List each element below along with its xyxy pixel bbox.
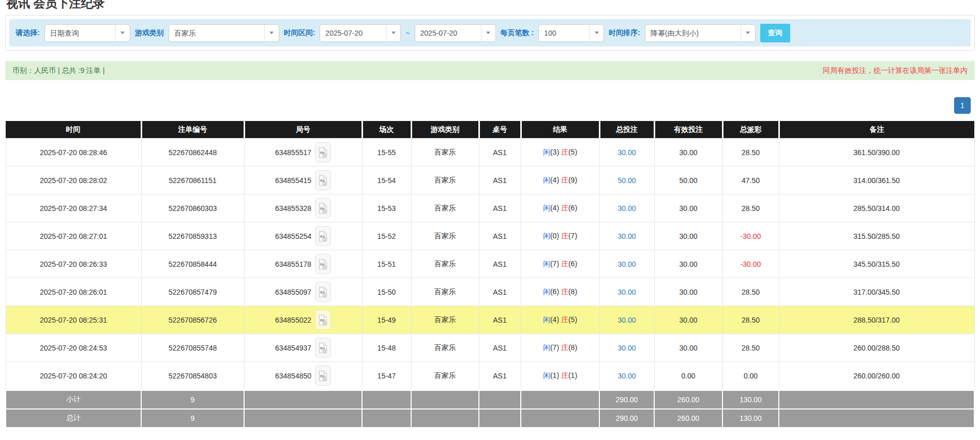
cell-result: 闲(7) 庄(8) <box>521 334 599 362</box>
foot-empty-cell <box>362 409 411 428</box>
foot-valid-bet: 260.00 <box>654 390 722 409</box>
cell-result: 闲(7) 庄(6) <box>521 250 599 278</box>
cell-session: 15-53 <box>362 194 411 222</box>
bet-records-table: 时间注单编号局号场次游戏类别桌号结果总投注有效投注总派彩备注 2025-07-2… <box>5 121 975 428</box>
foot-count: 9 <box>141 390 244 409</box>
result-banker-value: (1) <box>568 371 577 380</box>
foot-count: 9 <box>141 409 244 428</box>
video-replay-button[interactable] <box>315 282 331 302</box>
round-number: 634855178 <box>275 260 311 268</box>
round-number: 634855022 <box>275 316 311 324</box>
total-bet-link[interactable]: 30.00 <box>617 204 636 213</box>
foot-label: 小计 <box>6 390 141 409</box>
round-number: 634855097 <box>275 288 311 296</box>
video-replay-button[interactable] <box>315 338 331 358</box>
cell-total-bet: 30.00 <box>599 139 654 166</box>
total-bet-link[interactable]: 30.00 <box>617 232 636 240</box>
cell-remark: 345.50/315.50 <box>779 250 974 278</box>
cell-bet-id: 522670862448 <box>141 139 244 166</box>
cell-payout: -30.00 <box>722 250 779 278</box>
search-button[interactable]: 查询 <box>760 24 790 42</box>
video-replay-button[interactable] <box>315 366 331 386</box>
cell-table-no: AS1 <box>479 306 521 334</box>
select-type-dropdown[interactable]: 日期查询 <box>44 24 130 42</box>
cell-bet-id: 522670855748 <box>141 334 244 362</box>
result-banker-label: 庄 <box>561 204 568 212</box>
cell-valid-bet: 30.00 <box>654 139 722 166</box>
cell-time: 2025-07-20 08:24:20 <box>6 362 141 390</box>
cell-valid-bet: 30.00 <box>654 306 722 334</box>
total-bet-link[interactable]: 30.00 <box>617 288 636 296</box>
total-bet-link[interactable]: 30.00 <box>617 316 636 324</box>
result-banker-label: 庄 <box>561 315 568 324</box>
result-player-value: (7) <box>550 343 561 352</box>
result-player-label: 闲 <box>543 260 550 268</box>
currency-total-info: 币别：人民币 | 总共 :9 注单 | <box>12 66 104 75</box>
total-bet-link[interactable]: 30.00 <box>617 148 636 157</box>
table-row: 2025-07-20 08:24:20522670854803634854850… <box>6 362 974 390</box>
cell-game-type: 百家乐 <box>411 334 479 362</box>
table-row: 2025-07-20 08:27:34522670860303634855328… <box>6 194 974 222</box>
video-replay-button[interactable] <box>315 310 331 330</box>
cell-result: 闲(6) 庄(8) <box>521 278 599 306</box>
cell-total-bet: 30.00 <box>599 278 654 306</box>
result-player-value: (3) <box>550 148 561 156</box>
page-size-dropdown[interactable]: 100 <box>538 24 604 42</box>
video-replay-button[interactable] <box>315 170 331 190</box>
cell-round: 634855254 <box>244 222 362 250</box>
sort-order-dropdown[interactable]: 降幂(由大到小) <box>645 24 756 42</box>
video-replay-button[interactable] <box>315 198 331 218</box>
cell-bet-id: 522670858444 <box>141 250 244 278</box>
video-replay-button[interactable] <box>315 142 331 162</box>
cell-session: 15-48 <box>362 334 411 362</box>
result-player-label: 闲 <box>543 232 550 240</box>
cell-valid-bet: 30.00 <box>654 250 722 278</box>
round-number: 634855328 <box>275 204 311 213</box>
cell-payout: 28.50 <box>722 278 779 306</box>
result-player-label: 闲 <box>543 148 550 156</box>
select-type-label: 请选择: <box>16 28 40 38</box>
table-header-row: 时间注单编号局号场次游戏类别桌号结果总投注有效投注总派彩备注 <box>6 121 974 139</box>
total-row: 总计9290.00260.00130.00 <box>6 409 974 428</box>
time-range-label: 时间区间: <box>284 28 315 38</box>
cell-time: 2025-07-20 08:27:01 <box>6 222 141 250</box>
column-header: 桌号 <box>479 121 521 139</box>
result-banker-value: (5) <box>568 148 577 156</box>
result-player-value: (1) <box>550 371 561 380</box>
round-number: 634855415 <box>275 176 311 185</box>
round-wrap: 634854850 <box>275 366 331 386</box>
round-wrap: 634855415 <box>275 170 331 190</box>
video-file-icon <box>319 147 327 158</box>
result-player-value: (7) <box>550 260 561 268</box>
foot-empty-cell <box>779 390 974 409</box>
video-replay-button[interactable] <box>315 226 331 246</box>
video-replay-button[interactable] <box>315 254 331 274</box>
cell-valid-bet: 30.00 <box>654 334 722 362</box>
cell-game-type: 百家乐 <box>411 250 479 278</box>
round-wrap: 634854937 <box>275 338 331 358</box>
column-header: 注单编号 <box>141 121 244 139</box>
table-row: 2025-07-20 08:26:01522670857479634855097… <box>6 278 974 306</box>
page-1-button[interactable]: 1 <box>954 97 971 114</box>
column-header: 时间 <box>6 121 141 139</box>
result-banker-value: (8) <box>568 343 577 352</box>
video-file-icon <box>319 259 327 270</box>
cell-round: 634855415 <box>244 166 362 194</box>
table-row: 2025-07-20 08:25:31522670856726634855022… <box>6 306 974 334</box>
cell-remark: 288.50/317.00 <box>779 306 974 334</box>
cell-result: 闲(1) 庄(1) <box>521 362 599 390</box>
cell-session: 15-52 <box>362 222 411 250</box>
total-bet-link[interactable]: 30.00 <box>617 260 636 268</box>
result-banker-label: 庄 <box>561 176 568 184</box>
total-bet-link[interactable]: 50.00 <box>617 176 636 185</box>
game-type-dropdown[interactable]: 百家乐 <box>169 24 279 42</box>
column-header: 有效投注 <box>654 121 722 139</box>
cell-time: 2025-07-20 08:28:02 <box>6 166 141 194</box>
total-bet-link[interactable]: 30.00 <box>617 372 636 380</box>
same-round-notice: 同局有效投注，统一计算在该局第一张注单内 <box>823 66 968 75</box>
cell-game-type: 百家乐 <box>411 139 479 166</box>
total-bet-link[interactable]: 30.00 <box>617 344 636 352</box>
cell-game-type: 百家乐 <box>411 306 479 334</box>
date-to-dropdown[interactable]: 2025-07-20 <box>415 24 496 42</box>
date-from-dropdown[interactable]: 2025-07-20 <box>320 24 401 42</box>
